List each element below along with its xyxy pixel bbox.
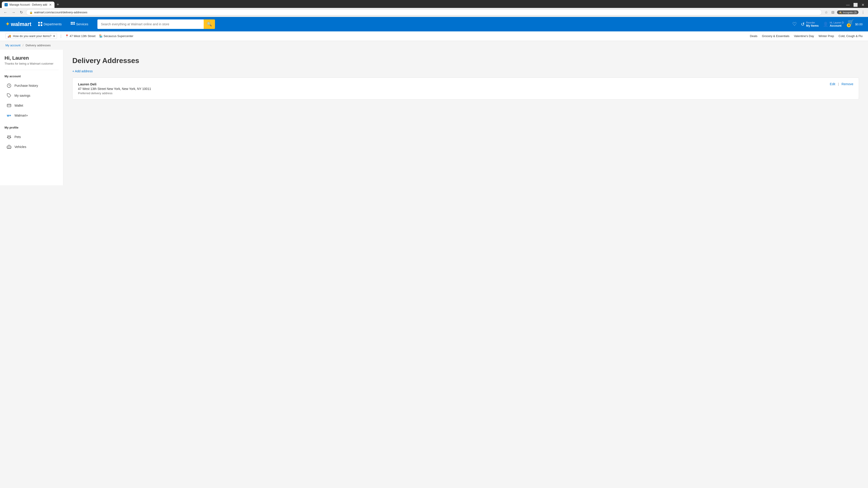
cart-count-badge: 0	[847, 23, 851, 27]
delivery-divider: |	[61, 34, 61, 38]
delivery-location-text: 47 West 13th Street	[70, 34, 96, 38]
maximize-button[interactable]: ⬜	[853, 3, 858, 7]
store-icon: 🏪	[99, 34, 103, 38]
new-tab-button[interactable]: +	[55, 1, 61, 8]
my-account-section-title: My account	[4, 74, 59, 78]
walmart-spark-icon: ✦	[5, 21, 9, 27]
address-street: 47 West 13th Street New York, New York, …	[78, 87, 151, 91]
departments-button[interactable]: Departments	[36, 21, 64, 28]
my-profile-section: My profile Pets	[4, 126, 59, 152]
my-profile-section-title: My profile	[4, 126, 59, 129]
sidebar: Hi, Lauren Thanks for being a Walmart cu…	[0, 50, 63, 185]
delivery-location[interactable]: 📍 47 West 13th Street	[65, 34, 96, 38]
delivery-question-text: How do you want your items?	[13, 34, 52, 38]
active-tab[interactable]: ✦ Manage Account - Delivery add ✕	[2, 2, 55, 8]
breadcrumb: My account / Delivery addresses	[0, 41, 868, 50]
split-view-icon[interactable]: ⊟	[831, 9, 835, 15]
winter-prep-link[interactable]: Winter Prep	[818, 34, 834, 38]
grocery-link[interactable]: Grocery & Essentials	[762, 34, 789, 38]
address-name: Lauren Deli	[78, 82, 151, 86]
tab-favicon: ✦	[4, 3, 8, 6]
heart-icon: ♡	[792, 21, 797, 27]
reorder-button[interactable]: ↺ Reorder My Items	[801, 21, 819, 27]
address-info: Lauren Deli 47 West 13th Street New York…	[78, 82, 151, 95]
services-label: Services	[76, 22, 88, 26]
valentines-link[interactable]: Valentine's Day	[794, 34, 814, 38]
location-pin-icon: 📍	[65, 34, 69, 38]
browser-tab-bar: ✦ Manage Account - Delivery add ✕ + — ⬜ …	[2, 1, 866, 8]
content-area: Delivery Addresses + Add address Lauren …	[63, 50, 868, 185]
svg-rect-7	[71, 24, 72, 25]
sidebar-item-vehicles[interactable]: Vehicles	[4, 142, 59, 152]
search-bar: 🔍	[97, 20, 215, 29]
action-separator: |	[838, 82, 839, 86]
sidebar-greeting-name: Hi, Lauren	[4, 55, 59, 61]
sidebar-item-label: Wallet	[14, 104, 23, 107]
services-grid-icon	[71, 22, 75, 27]
tab-title: Manage Account - Delivery add	[9, 3, 47, 6]
svg-rect-2	[38, 24, 40, 26]
departments-label: Departments	[43, 22, 62, 26]
account-label: Account	[830, 24, 844, 27]
paw-icon	[6, 134, 12, 140]
address-bar[interactable]: 🔒 walmart.com/account/delivery-addresses	[26, 9, 822, 15]
incognito-icon: 🕵	[839, 11, 842, 14]
delivery-store[interactable]: 🏪 Secaucus Supercenter	[99, 34, 133, 38]
walmart-plus-icon: w+	[6, 113, 12, 118]
sidebar-item-pets[interactable]: Pets	[4, 132, 59, 142]
edit-address-button[interactable]: Edit	[830, 82, 835, 86]
sidebar-greeting-sub: Thanks for being a Walmart customer	[4, 62, 59, 65]
clock-icon	[6, 83, 12, 88]
main-layout: Hi, Lauren Thanks for being a Walmart cu…	[0, 50, 868, 185]
deals-link[interactable]: Deals	[750, 34, 757, 38]
forward-button[interactable]: →	[10, 9, 17, 15]
back-button[interactable]: ←	[2, 9, 8, 15]
close-button[interactable]: ✕	[862, 3, 864, 7]
add-address-button[interactable]: + Add address	[72, 69, 93, 73]
sidebar-item-label: Purchase history	[14, 84, 38, 88]
cold-flu-link[interactable]: Cold, Cough & Flu	[839, 34, 863, 38]
sidebar-item-my-savings[interactable]: My savings	[4, 91, 59, 101]
svg-rect-6	[74, 22, 75, 23]
sidebar-item-label: Pets	[14, 135, 21, 139]
breadcrumb-separator: /	[23, 43, 24, 47]
svg-rect-4	[71, 22, 72, 23]
svg-rect-5	[72, 22, 73, 23]
cart-button[interactable]: 🛒 0 $0.00	[848, 19, 863, 29]
departments-grid-icon	[38, 22, 42, 27]
delivery-store-text: Secaucus Supercenter	[103, 34, 133, 38]
bookmark-icon[interactable]: ☆	[824, 9, 829, 15]
search-button[interactable]: 🔍	[204, 20, 215, 29]
browser-nav-bar: ← → ↻ 🔒 walmart.com/account/delivery-add…	[0, 8, 868, 17]
sidebar-item-label: Vehicles	[14, 145, 26, 149]
incognito-badge[interactable]: 🕵 Incognito (3)	[837, 10, 859, 14]
wishlist-button[interactable]: ♡	[792, 21, 797, 27]
sidebar-item-walmart-plus[interactable]: w+ Walmart+	[4, 110, 59, 121]
services-button[interactable]: Services	[68, 21, 91, 28]
breadcrumb-current: Delivery addresses	[26, 43, 51, 47]
sidebar-item-wallet[interactable]: Wallet	[4, 101, 59, 110]
svg-rect-9	[74, 24, 75, 25]
refresh-button[interactable]: ↻	[19, 9, 24, 15]
delivery-icon: 🚚	[7, 34, 11, 38]
breadcrumb-parent-link[interactable]: My account	[5, 43, 20, 47]
walmart-logo-text: walmart	[11, 21, 31, 27]
sidebar-item-label: My savings	[14, 94, 30, 97]
account-button[interactable]: 👤 Hi, Lauren D Account	[823, 21, 844, 27]
walmart-logo[interactable]: ✦ walmart	[5, 21, 31, 27]
car-icon	[6, 144, 12, 150]
svg-point-13	[8, 135, 8, 136]
sidebar-item-purchase-history[interactable]: Purchase history	[4, 80, 59, 91]
menu-button[interactable]: ⋮	[860, 9, 866, 15]
tab-close-button[interactable]: ✕	[49, 3, 52, 6]
remove-address-button[interactable]: Remove	[842, 82, 853, 86]
minimize-button[interactable]: —	[846, 3, 850, 7]
address-actions: Edit | Remove	[830, 82, 853, 86]
search-input[interactable]	[97, 20, 204, 29]
account-icon: 👤	[823, 22, 829, 27]
svg-point-14	[10, 135, 10, 136]
reorder-sublabel: Reorder	[806, 21, 819, 24]
reorder-icon: ↺	[801, 22, 805, 27]
delivery-method-selector[interactable]: 🚚 How do you want your items? ▾	[5, 33, 57, 39]
svg-rect-0	[38, 22, 40, 24]
